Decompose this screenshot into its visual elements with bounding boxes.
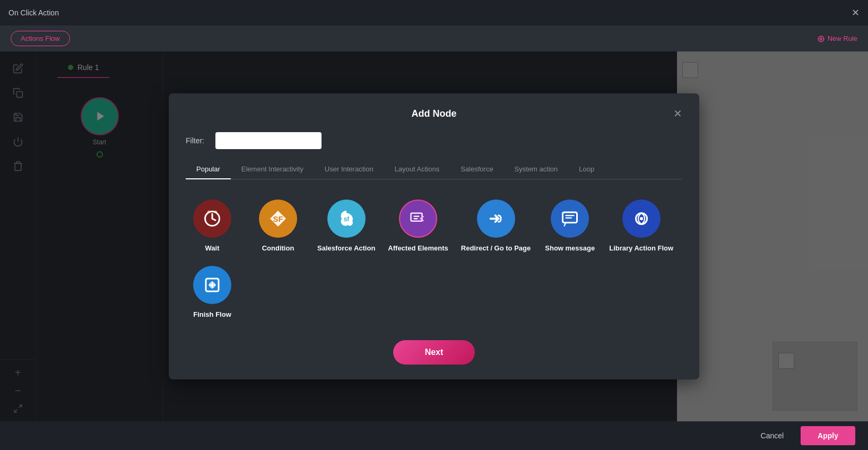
sub-header: Actions Flow ⊕ New Rule [0,25,868,51]
svg-text:SF: SF [273,214,283,223]
modal-title: Add Node [412,108,457,119]
library-action-icon [622,200,661,238]
node-redirect[interactable]: Redirect / Go to Page [461,200,531,253]
tab-system-action[interactable]: System action [504,160,569,179]
wait-label: Wait [205,244,220,253]
tab-element-interactivity[interactable]: Element Interactivity [231,160,314,179]
modal-overlay: Add Node ✕ Filter: Popular Element Inter… [0,51,868,421]
apply-button[interactable]: Apply [801,426,855,445]
plus-circle-icon: ⊕ [817,33,825,45]
svg-point-13 [640,217,643,220]
modal-tabs: Popular Element Interactivity User Inter… [186,160,682,179]
content-area: + − Rule 1 [0,51,868,421]
node-condition[interactable]: SF Condition [251,200,305,253]
show-message-label: Show message [545,244,595,253]
modal-close-button[interactable]: ✕ [673,108,682,119]
window-title: On Click Action [8,8,59,17]
wait-icon [193,200,231,238]
node-finish-flow[interactable]: Finish Flow [186,266,239,319]
affected-elements-label: Affected Elements [388,244,448,253]
next-button[interactable]: Next [393,340,475,365]
svg-rect-9 [411,213,422,221]
finish-flow-icon [193,266,231,304]
node-show-message[interactable]: Show message [543,200,596,253]
library-action-label: Library Action Flow [609,244,673,253]
tab-salesforce[interactable]: Salesforce [450,160,504,179]
show-message-icon [551,200,589,238]
filter-input[interactable] [215,132,322,149]
node-grid: Wait SF Condition [186,194,682,330]
modal-footer: Next [186,340,682,365]
tab-loop[interactable]: Loop [568,160,605,179]
node-library-action[interactable]: Library Action Flow [609,200,673,253]
tab-layout-actions[interactable]: Layout Actions [384,160,450,179]
node-salesforce[interactable]: sf Salesforce Action [317,200,375,253]
svg-text:sf: sf [343,215,350,222]
finish-flow-label: Finish Flow [193,310,231,319]
window-close-button[interactable]: ✕ [852,8,860,18]
affected-elements-icon [399,200,437,238]
tab-user-interaction[interactable]: User Interaction [314,160,384,179]
add-node-modal: Add Node ✕ Filter: Popular Element Inter… [169,93,699,380]
redirect-label: Redirect / Go to Page [461,244,531,253]
condition-label: Condition [262,244,294,253]
modal-header: Add Node ✕ [186,108,682,119]
tab-popular[interactable]: Popular [186,160,231,179]
salesforce-label: Salesforce Action [317,244,375,253]
new-rule-button[interactable]: ⊕ New Rule [817,33,857,45]
redirect-icon [477,200,515,238]
filter-row: Filter: [186,132,682,149]
node-affected-elements[interactable]: Affected Elements [388,200,448,253]
bottom-bar: Cancel Apply [0,421,868,450]
salesforce-icon: sf [327,200,366,238]
actions-flow-tab[interactable]: Actions Flow [11,31,70,46]
main-window: On Click Action ✕ Actions Flow ⊕ New Rul… [0,0,868,450]
node-wait[interactable]: Wait [186,200,239,253]
cancel-button[interactable]: Cancel [750,427,795,444]
filter-label: Filter: [186,136,207,145]
condition-icon: SF [259,200,297,238]
title-bar: On Click Action ✕ [0,0,868,25]
